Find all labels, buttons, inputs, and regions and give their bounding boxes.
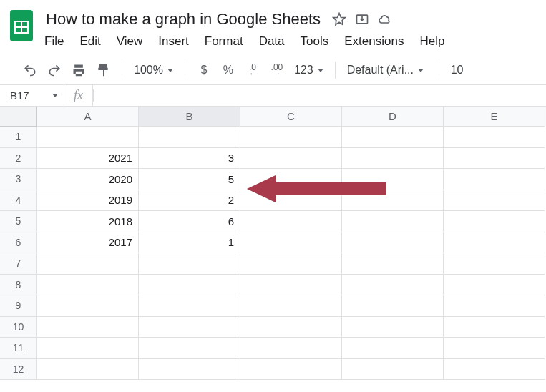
sheets-logo[interactable] <box>7 7 36 44</box>
more-formats-button[interactable]: 123 <box>291 64 326 77</box>
cell[interactable]: 6 <box>139 211 240 232</box>
cell[interactable] <box>342 253 444 275</box>
cell[interactable]: 3 <box>139 148 240 170</box>
cell[interactable]: 2021 <box>37 148 139 170</box>
menu-data[interactable]: Data <box>258 33 286 50</box>
menu-format[interactable]: Format <box>203 33 245 50</box>
row-header[interactable]: 8 <box>0 275 37 296</box>
cell[interactable]: 1 <box>139 232 240 254</box>
cell[interactable] <box>139 317 240 338</box>
cell[interactable]: 2017 <box>37 232 139 254</box>
cell[interactable] <box>342 190 444 212</box>
cell[interactable] <box>444 275 545 296</box>
menu-help[interactable]: Help <box>418 33 446 50</box>
row-header[interactable]: 5 <box>0 211 37 232</box>
cell[interactable] <box>342 317 444 338</box>
name-box[interactable]: B17 <box>0 85 64 106</box>
cloud-status-icon[interactable] <box>378 12 392 26</box>
cell[interactable] <box>444 317 545 338</box>
row-header[interactable]: 2 <box>0 148 37 170</box>
cell[interactable] <box>444 295 545 317</box>
cell[interactable]: 2 <box>139 190 240 212</box>
menu-edit[interactable]: Edit <box>78 33 102 50</box>
cell[interactable] <box>444 359 545 381</box>
cell[interactable] <box>444 338 545 359</box>
cell[interactable] <box>444 232 545 254</box>
cell[interactable] <box>342 232 444 254</box>
cell[interactable] <box>444 253 545 275</box>
font-size-input[interactable]: 10 <box>448 64 467 77</box>
cell[interactable] <box>444 190 545 212</box>
column-header-C[interactable]: C <box>240 107 342 127</box>
cell[interactable] <box>139 338 240 359</box>
menu-tools[interactable]: Tools <box>299 33 331 50</box>
cell[interactable] <box>342 338 444 359</box>
cell[interactable] <box>342 295 444 317</box>
cell[interactable] <box>37 275 139 296</box>
column-header-D[interactable]: D <box>342 107 444 127</box>
select-all-corner[interactable] <box>0 107 37 127</box>
cell[interactable] <box>240 169 342 190</box>
cell[interactable] <box>342 275 444 296</box>
cell[interactable] <box>139 275 240 296</box>
font-family-select[interactable]: Default (Ari... <box>344 64 430 77</box>
cell[interactable] <box>37 359 139 381</box>
cell[interactable] <box>37 338 139 359</box>
row-header[interactable]: 10 <box>0 317 37 338</box>
increase-decimal-button[interactable]: .00 → <box>267 60 287 80</box>
redo-button[interactable] <box>44 60 64 80</box>
cell[interactable] <box>240 148 342 170</box>
cell[interactable] <box>240 359 342 381</box>
row-header[interactable]: 1 <box>0 127 37 148</box>
cell[interactable] <box>342 211 444 232</box>
cell[interactable] <box>37 295 139 317</box>
cell[interactable] <box>240 295 342 317</box>
cell[interactable] <box>139 127 240 148</box>
cell[interactable] <box>342 359 444 381</box>
row-header[interactable]: 11 <box>0 338 37 359</box>
cell[interactable] <box>240 232 342 254</box>
cell[interactable] <box>444 169 545 190</box>
cell[interactable] <box>37 317 139 338</box>
row-header[interactable]: 7 <box>0 253 37 275</box>
cell[interactable] <box>444 211 545 232</box>
row-header[interactable]: 4 <box>0 190 37 212</box>
formula-input[interactable] <box>94 85 546 106</box>
cell[interactable]: 2019 <box>37 190 139 212</box>
cell[interactable] <box>342 169 444 190</box>
row-header[interactable]: 9 <box>0 295 37 317</box>
column-header-E[interactable]: E <box>444 107 545 127</box>
cell[interactable]: 2020 <box>37 169 139 190</box>
cell[interactable] <box>37 127 139 148</box>
row-header[interactable]: 3 <box>0 169 37 190</box>
cell[interactable] <box>139 359 240 381</box>
star-icon[interactable] <box>332 12 346 26</box>
percent-format-button[interactable]: % <box>218 60 238 80</box>
cell[interactable] <box>240 275 342 296</box>
paint-format-button[interactable] <box>93 60 113 80</box>
cell[interactable] <box>342 127 444 148</box>
zoom-select[interactable]: 100% <box>131 64 176 77</box>
cell[interactable]: 2018 <box>37 211 139 232</box>
cell[interactable] <box>139 295 240 317</box>
cell[interactable] <box>444 148 545 170</box>
cell[interactable] <box>240 317 342 338</box>
cell[interactable] <box>240 253 342 275</box>
cell[interactable] <box>444 127 545 148</box>
menu-extensions[interactable]: Extensions <box>343 33 405 50</box>
menu-view[interactable]: View <box>115 33 145 50</box>
cell[interactable] <box>240 338 342 359</box>
cell[interactable] <box>37 253 139 275</box>
cell[interactable] <box>342 148 444 170</box>
row-header[interactable]: 12 <box>0 359 37 381</box>
document-title-input[interactable]: How to make a graph in Google Sheets <box>43 9 323 30</box>
cell[interactable] <box>240 127 342 148</box>
cell[interactable] <box>240 211 342 232</box>
move-icon[interactable] <box>355 12 369 26</box>
cell[interactable] <box>139 253 240 275</box>
undo-button[interactable] <box>20 60 40 80</box>
cell[interactable] <box>240 190 342 212</box>
currency-format-button[interactable]: $ <box>194 60 214 80</box>
row-header[interactable]: 6 <box>0 232 37 254</box>
print-button[interactable] <box>69 60 89 80</box>
